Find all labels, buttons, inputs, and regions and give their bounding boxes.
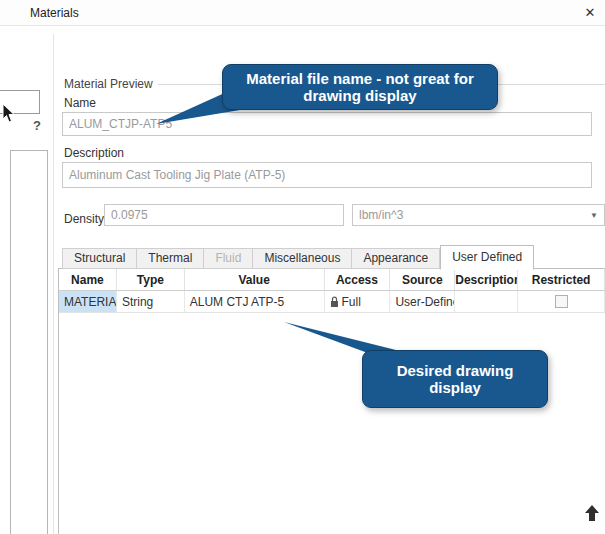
column-header-source: Source: [390, 269, 455, 290]
name-field[interactable]: ALUM_CTJP-ATP5: [62, 112, 592, 136]
density-field[interactable]: 0.0975: [104, 204, 344, 226]
callout-value-note: Desired drawing display: [362, 350, 548, 408]
column-header-restricted: Restricted: [518, 269, 605, 290]
cell-access-text: Full: [342, 291, 361, 312]
tab-structural[interactable]: Structural: [62, 248, 137, 269]
window-title: Materials: [30, 0, 79, 26]
table-row: MATERIAL String ALUM CTJ ATP-5 Full User…: [59, 291, 605, 313]
tab-user-defined[interactable]: User Defined: [440, 245, 534, 270]
column-header-value: Value: [185, 269, 325, 290]
property-tabs: Structural Thermal Fluid Miscellaneous A…: [62, 244, 534, 269]
column-header-name: Name: [59, 269, 117, 290]
cell-name[interactable]: MATERIAL: [59, 291, 117, 312]
mouse-cursor-icon: [2, 104, 16, 124]
cell-value[interactable]: ALUM CTJ ATP-5: [185, 291, 325, 312]
column-header-type: Type: [117, 269, 185, 290]
cell-type[interactable]: String: [117, 291, 185, 312]
tab-appearance[interactable]: Appearance: [352, 248, 440, 269]
group-label-material-preview: Material Preview: [64, 77, 153, 91]
materials-list[interactable]: [10, 150, 48, 534]
chevron-down-icon: ▼: [590, 212, 598, 220]
description-label: Description: [64, 146, 124, 160]
description-field[interactable]: Aluminum Cast Tooling Jig Plate (ATP-5): [62, 162, 592, 188]
restricted-checkbox[interactable]: [555, 295, 568, 308]
tab-fluid[interactable]: Fluid: [204, 248, 253, 269]
title-bar: [0, 0, 605, 26]
panel-divider: [53, 34, 54, 534]
callout-name-note: Material file name - not great for drawi…: [222, 64, 498, 110]
tab-miscellaneous[interactable]: Miscellaneous: [253, 248, 352, 269]
cell-restricted: [518, 291, 605, 312]
density-label: Density: [64, 208, 104, 230]
name-label: Name: [64, 96, 96, 110]
lock-icon: [330, 296, 339, 308]
column-header-access: Access: [325, 269, 391, 290]
density-unit-dropdown[interactable]: lbm/in^3 ▼: [352, 204, 605, 226]
cell-description[interactable]: [455, 291, 518, 312]
help-cursor-glyph: ?: [33, 118, 41, 133]
close-icon[interactable]: ✕: [580, 3, 600, 23]
tab-thermal[interactable]: Thermal: [137, 248, 204, 269]
table-header: Name Type Value Access Source Descriptio…: [59, 269, 605, 291]
cell-source[interactable]: User-Defined: [390, 291, 455, 312]
column-header-description: Description: [455, 269, 518, 290]
scroll-up-icon[interactable]: [583, 504, 601, 522]
density-unit-value: lbm/in^3: [359, 208, 403, 222]
cell-access[interactable]: Full: [325, 291, 391, 312]
